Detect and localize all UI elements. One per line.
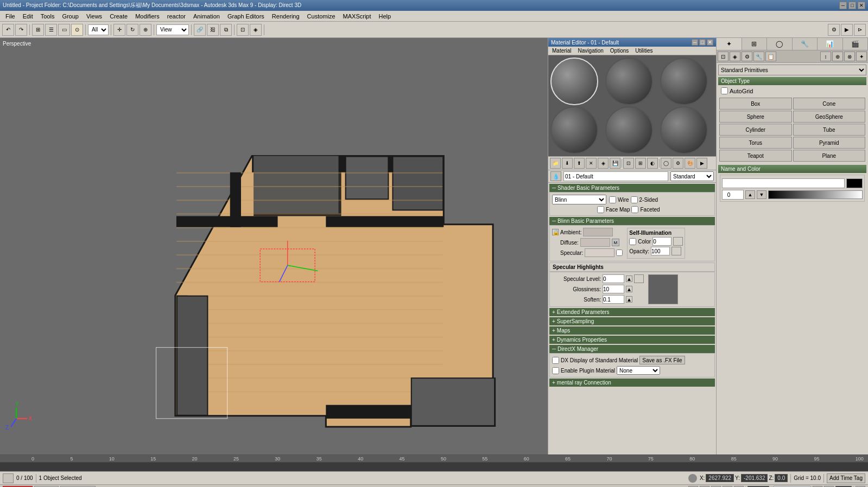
track-area[interactable] [0,463,868,471]
cmd-icon-9[interactable]: ✦ [856,52,867,61]
render-setup-button[interactable]: ⚙ [828,24,840,36]
box-button[interactable]: Box [719,98,792,110]
faceted-check[interactable] [631,206,638,213]
shader-basic-header[interactable]: ─ Shader Basic Parameters [549,184,715,192]
move-button[interactable]: ✛ [113,24,125,36]
cmd-icon-7[interactable]: ⊕ [832,52,843,61]
get-material-btn[interactable]: 📁 [550,158,561,169]
schematic-button[interactable]: ⊡ [237,24,249,36]
maximize-button[interactable]: □ [848,2,856,9]
ambient-lock-btn[interactable]: 🔒 [552,229,559,235]
dynamics-header[interactable]: + Dynamics Properties [549,336,715,344]
mat-sphere-5[interactable] [605,106,653,154]
mat-sphere-2[interactable] [605,57,653,105]
two-sided-check[interactable] [631,196,638,203]
render-last-button[interactable]: ⊳ [854,24,866,36]
soften-input[interactable] [603,295,624,304]
link-button[interactable]: 🔗 [194,24,206,36]
menu-reactor[interactable]: reactor [164,12,189,21]
name-color-swatch[interactable] [846,178,863,188]
gloss-up-btn[interactable]: ▲ [626,286,632,292]
specular-color-swatch[interactable] [585,248,614,257]
cone-button[interactable]: Cone [793,98,866,110]
cmd-tab-utilities[interactable]: 🎬 [843,38,869,50]
backlight-btn[interactable]: ◐ [647,158,658,169]
scale-button[interactable]: ⊕ [140,24,151,36]
tube-button[interactable]: Tube [793,124,866,136]
cmd-tab-hierarchy[interactable]: ◯ [767,38,793,50]
put-to-scene-btn[interactable]: ⬇ [562,158,573,169]
lock-icon[interactable] [688,474,697,483]
spec-level-map-btn[interactable] [634,274,644,283]
menu-views[interactable]: Views [83,12,105,21]
rect-select-button[interactable]: ▭ [58,24,70,36]
select-button[interactable]: ⊞ [32,24,44,36]
opacity-input[interactable] [651,247,670,255]
num-up-btn[interactable]: ▲ [745,190,755,199]
mat-sphere-4[interactable] [550,106,598,154]
cmd-tab-display[interactable]: 📊 [818,38,843,50]
menu-animation[interactable]: Animation [190,12,223,21]
show-bg-btn[interactable]: ⊞ [635,158,646,169]
menu-maxscript[interactable]: MAXScript [340,12,375,21]
object-type-header[interactable]: Object Type [718,77,866,85]
select-obj-button[interactable]: ⊙ [71,24,83,36]
cmd-icon-6[interactable]: ↕ [820,52,831,61]
mental-ray-header[interactable]: + mental ray Connection [549,379,715,387]
menu-modifiers[interactable]: Modifiers [132,12,163,21]
cmd-tab-modify[interactable]: ⊞ [742,38,768,50]
mat-sphere-3[interactable] [660,57,708,105]
soften-up-btn[interactable]: ▲ [626,296,632,303]
glossiness-input[interactable] [603,285,624,293]
filter-select[interactable]: All [88,24,109,35]
primitives-type-select[interactable]: Standard Primitives [718,65,866,75]
mat-close-btn[interactable]: ✕ [707,39,713,46]
mat-sphere-1[interactable] [550,57,598,105]
put-to-library-btn[interactable]: 💾 [610,158,620,169]
ambient-color-swatch[interactable] [583,228,613,236]
specular-check[interactable] [616,249,623,256]
self-illum-color-check[interactable] [629,238,636,245]
teapot-button[interactable]: Teapot [719,150,792,162]
menu-create[interactable]: Create [106,12,131,21]
cmd-icon-8[interactable]: ⊗ [844,52,855,61]
spec-level-input[interactable] [603,274,624,283]
menu-file[interactable]: File [2,12,18,21]
geosphere-button[interactable]: GeoSphere [793,111,866,123]
minimize-button[interactable]: ─ [839,2,847,9]
mat-maximize-btn[interactable]: □ [699,39,706,46]
mat-menu-material[interactable]: Material [549,47,574,54]
cmd-tab-motion[interactable]: 🔧 [793,38,818,50]
cmd-icon-5[interactable]: 📋 [765,52,776,61]
diffuse-color-swatch[interactable] [580,238,610,247]
cmd-tab-create[interactable]: ✦ [717,38,742,50]
select-name-button[interactable]: ☰ [45,24,57,36]
name-color-header[interactable]: Name and Color [718,165,866,173]
menu-help[interactable]: Help [376,12,395,21]
track-toggle-btn[interactable] [3,473,14,483]
extended-header[interactable]: + Extended Parameters [549,308,715,316]
add-time-tag-btn[interactable]: Add Time Tag [827,473,865,483]
sphere-button[interactable]: Sphere [719,111,792,123]
wire-check[interactable] [609,196,616,203]
cmd-icon-4[interactable]: 🔧 [753,52,764,61]
opacity-map-btn[interactable] [671,247,681,255]
undo-button[interactable]: ↶ [2,24,14,36]
redo-button[interactable]: ↷ [15,24,27,36]
object-name-input[interactable] [722,178,845,188]
maps-header[interactable]: + Maps [549,326,715,335]
make-preview-btn[interactable]: ▶ [696,158,707,169]
menu-edit[interactable]: Edit [20,12,36,21]
mat-sphere-6[interactable] [660,106,708,154]
menu-tools[interactable]: Tools [37,12,58,21]
dx-display-check[interactable] [552,357,559,364]
eyedropper-btn[interactable]: 💧 [550,171,561,181]
assign-btn[interactable]: ⬆ [574,158,585,169]
menu-customize[interactable]: Customize [304,12,339,21]
directx-header[interactable]: ─ DirectX Manager [549,345,715,353]
menu-group[interactable]: Group [59,12,82,21]
show-map-btn[interactable]: ⊡ [623,158,634,169]
autogrid-check[interactable] [721,87,728,94]
num-down-btn[interactable]: ▼ [757,190,766,199]
enable-plugin-check[interactable] [552,367,559,374]
